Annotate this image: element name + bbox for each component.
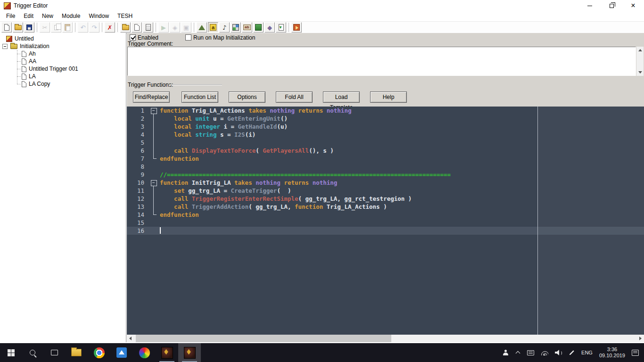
code-line[interactable]: 14endfunction xyxy=(127,211,644,219)
media-app-taskbar-button[interactable] xyxy=(110,343,133,362)
tree-item-la[interactable]: LA xyxy=(0,73,126,80)
ai-editor-button[interactable] xyxy=(253,22,264,33)
new-action-button[interactable]: ▣ xyxy=(181,22,191,33)
paste-button[interactable] xyxy=(62,22,73,33)
options-button[interactable]: Options xyxy=(229,91,265,103)
menu-edit[interactable]: Edit xyxy=(19,12,38,20)
color-app-taskbar-button[interactable] xyxy=(133,343,156,362)
close-button[interactable]: × xyxy=(622,0,644,11)
new-map-button[interactable] xyxy=(1,22,12,33)
sound-editor-button[interactable]: ♪ xyxy=(219,22,230,33)
search-button[interactable] xyxy=(22,343,43,362)
minimize-button[interactable] xyxy=(579,0,601,11)
load-template-button[interactable]: Load Template xyxy=(323,91,360,103)
code-line[interactable]: 3 local integer i = GetHandleId(u) xyxy=(127,123,644,131)
scroll-up-icon[interactable] xyxy=(636,47,644,54)
network-button[interactable] xyxy=(537,343,552,362)
new-category-button[interactable] xyxy=(120,22,131,33)
scroll-down-icon[interactable] xyxy=(636,69,644,76)
chrome-taskbar-button[interactable] xyxy=(88,343,110,362)
test-map-button[interactable] xyxy=(291,22,302,33)
menu-file[interactable]: File xyxy=(2,12,19,20)
menu-tesh[interactable]: TESH xyxy=(113,12,137,20)
code-line[interactable]: 7endfunction xyxy=(127,155,644,163)
delete-button[interactable]: ✗ xyxy=(105,22,115,33)
campaign-editor-button[interactable] xyxy=(242,22,252,33)
code-editor[interactable]: 1function Trig_LA_Actions takes nothing … xyxy=(127,107,644,335)
fold-marker-open[interactable] xyxy=(148,107,160,115)
hidden-icons-button[interactable] xyxy=(512,343,524,362)
new-trigger-comment-button[interactable] xyxy=(143,22,153,33)
object-manager-button[interactable]: ◆ xyxy=(264,22,275,33)
tree-item-untitled-root[interactable]: Untitled xyxy=(0,35,126,42)
tree-item-untitled-trigger-001[interactable]: Untitled Trigger 001 xyxy=(0,65,126,73)
function-list-button[interactable]: Function List xyxy=(182,91,218,103)
tree-item-initialization[interactable]: Initialization xyxy=(0,42,126,50)
new-event-button[interactable]: ▶ xyxy=(158,22,169,33)
code-line[interactable]: 8 xyxy=(127,163,644,171)
trigger-comment-input[interactable] xyxy=(127,47,636,76)
clock[interactable]: 3:36 09.10.2019 xyxy=(596,343,628,362)
object-editor-button[interactable] xyxy=(231,22,241,33)
pen-button[interactable] xyxy=(565,343,578,362)
code-line[interactable]: 5 xyxy=(127,139,644,147)
new-trigger-icon xyxy=(134,24,140,31)
open-map-button[interactable] xyxy=(13,22,23,33)
task-view-button[interactable] xyxy=(43,343,65,362)
file-explorer-taskbar-button[interactable] xyxy=(65,343,88,362)
code-line[interactable]: 16 xyxy=(127,227,644,235)
scrollbar-thumb[interactable] xyxy=(136,335,391,342)
tree-item-ah[interactable]: Ah xyxy=(0,50,126,58)
code-line[interactable]: 1function Trig_LA_Actions takes nothing … xyxy=(127,107,644,115)
trigger-editor-window-taskbar-button[interactable] xyxy=(178,343,201,362)
trigger-editor-button[interactable]: a xyxy=(208,22,218,33)
new-condition-button[interactable]: ◈ xyxy=(170,22,180,33)
code-line[interactable]: 6 call DisplayTextToForce( GetPlayersAll… xyxy=(127,147,644,155)
people-button[interactable] xyxy=(499,343,512,362)
tray-date: 09.10.2019 xyxy=(599,353,625,359)
touch-keyboard-button[interactable] xyxy=(524,343,537,362)
find-replace-button[interactable]: Find/Replace xyxy=(133,91,170,103)
comment-scrollbar[interactable] xyxy=(636,47,644,76)
code-line[interactable]: 4 local string s = I2S(i) xyxy=(127,131,644,139)
redo-button[interactable]: ↷ xyxy=(89,22,99,33)
code-line[interactable]: 13 call TriggerAddAction( gg_trg_LA, fun… xyxy=(127,203,644,211)
enabled-checkbox[interactable] xyxy=(130,34,136,41)
scroll-left-icon[interactable] xyxy=(126,335,134,342)
menu-module[interactable]: Module xyxy=(58,12,84,20)
start-button[interactable] xyxy=(0,343,22,362)
fold-all-button[interactable]: Fold All xyxy=(276,91,313,103)
restore-button[interactable] xyxy=(601,0,622,11)
fold-marker-open[interactable] xyxy=(148,179,160,187)
tree-item-label: Ah xyxy=(29,50,36,57)
cut-button[interactable]: ✂ xyxy=(40,22,50,33)
horizontal-scrollbar[interactable] xyxy=(126,335,644,342)
scroll-right-icon[interactable] xyxy=(636,335,644,342)
code-line[interactable]: 11 set gg_trg_LA = CreateTrigger( ) xyxy=(127,187,644,195)
code-line[interactable]: 15 xyxy=(127,219,644,227)
code-text: local unit u = GetEnteringUnit() xyxy=(160,115,644,123)
new-trigger-button[interactable] xyxy=(132,22,142,33)
world-editor-taskbar-button[interactable] xyxy=(156,343,178,362)
language-indicator[interactable]: ENG xyxy=(578,343,596,362)
terrain-editor-button[interactable] xyxy=(197,22,207,33)
code-line[interactable]: 10function InitTrig_LA takes nothing ret… xyxy=(127,179,644,187)
code-text: //======================================… xyxy=(160,171,644,179)
save-map-button[interactable] xyxy=(24,22,34,33)
menu-new[interactable]: New xyxy=(38,12,58,20)
copy-button[interactable] xyxy=(51,22,61,33)
code-line[interactable]: 9//=====================================… xyxy=(127,171,644,179)
run-on-init-checkbox[interactable] xyxy=(185,34,191,41)
menu-window[interactable]: Window xyxy=(84,12,113,20)
undo-button[interactable]: ↶ xyxy=(78,22,88,33)
action-center-button[interactable] xyxy=(628,343,642,362)
code-line[interactable]: 12 call TriggerRegisterEnterRectSimple( … xyxy=(127,195,644,203)
line-number: 4 xyxy=(127,131,148,139)
collapse-expander-icon[interactable] xyxy=(2,44,8,49)
tree-item-la-copy[interactable]: LA Copy xyxy=(0,80,126,88)
import-manager-button[interactable] xyxy=(276,22,286,33)
volume-button[interactable] xyxy=(552,343,565,362)
help-button[interactable]: Help xyxy=(370,91,407,103)
tree-item-aa[interactable]: AA xyxy=(0,58,126,65)
code-line[interactable]: 2 local unit u = GetEnteringUnit() xyxy=(127,115,644,123)
